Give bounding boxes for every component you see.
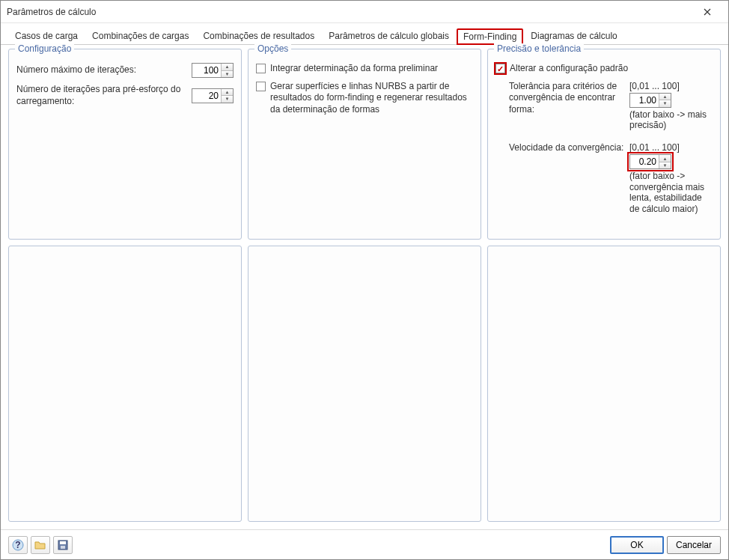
spinner-down-icon[interactable]: ▼ [659, 100, 671, 107]
ok-button[interactable]: OK [610, 536, 664, 554]
group-precisao: Precisão e tolerância Alterar a configur… [487, 49, 721, 240]
footer: ? OK Cancelar [1, 529, 728, 559]
label-nurbs: Gerar superfícies e linhas NURBS a parti… [270, 81, 473, 116]
tab-combinacoes-resultados[interactable]: Combinações de resultados [196, 28, 321, 44]
tab-diagramas[interactable]: Diagramas de cálculo [524, 28, 623, 44]
dialog-window: Parâmetros de cálculo Casos de carga Com… [0, 0, 729, 560]
svg-text:?: ? [15, 540, 20, 550]
hint-velocidade: (fator baixo -> convergência mais lenta,… [629, 171, 713, 214]
hint-tolerancia: (fator baixo -> mais precisão) [629, 109, 713, 131]
empty-panel-2 [248, 246, 481, 522]
checkbox-nurbs[interactable] [256, 82, 266, 91]
cancel-button[interactable]: Cancelar [667, 536, 721, 554]
group-opcoes: Opções Integrar determinação da forma pr… [248, 49, 481, 240]
spinner-down-icon[interactable]: ▼ [222, 71, 233, 78]
group-title-precisao: Precisão e tolerância [494, 43, 584, 54]
empty-panel-1 [8, 246, 242, 522]
spinner-up-icon[interactable]: ▲ [659, 94, 671, 101]
spinner-down-icon[interactable]: ▼ [659, 162, 671, 169]
spinner-down-icon[interactable]: ▼ [222, 96, 233, 103]
label-preload-iter: Número de iterações para pré-esforço do … [16, 84, 192, 107]
empty-panel-3 [487, 246, 721, 522]
svg-rect-4 [61, 546, 65, 549]
content-area: Configuração Número máximo de iterações:… [1, 45, 728, 529]
tab-casos[interactable]: Casos de carga [8, 28, 85, 44]
input-preload-iter[interactable] [192, 89, 221, 103]
close-button[interactable] [692, 1, 722, 22]
label-alterar-padrao: Alterar a configuração padrão [510, 63, 713, 75]
titlebar: Parâmetros de cálculo [1, 1, 728, 23]
spinner-tolerancia[interactable]: ▲ ▼ [629, 93, 671, 108]
input-velocidade[interactable] [630, 155, 659, 168]
svg-rect-3 [60, 541, 66, 544]
folder-open-button[interactable] [31, 536, 50, 554]
range-tolerancia: [0,01 ... 100] [629, 81, 713, 91]
spinner-up-icon[interactable]: ▲ [222, 89, 233, 97]
group-title-configuracao: Configuração [15, 43, 74, 54]
range-velocidade: [0,01 ... 100] [629, 142, 713, 153]
checkbox-alterar-padrao[interactable] [495, 64, 505, 73]
label-velocidade: Velocidade da convergência: [509, 142, 625, 214]
spinner-up-icon[interactable]: ▲ [659, 155, 671, 162]
tab-bar: Casos de carga Combinações de cargas Com… [1, 23, 728, 45]
spinner-velocidade[interactable]: ▲ ▼ [629, 154, 671, 169]
window-title: Parâmetros de cálculo [7, 7, 692, 17]
input-tolerancia[interactable] [630, 94, 659, 107]
group-configuracao: Configuração Número máximo de iterações:… [8, 49, 242, 240]
spinner-max-iter[interactable]: ▲ ▼ [192, 63, 234, 78]
input-max-iter[interactable] [192, 64, 221, 77]
checkbox-integrar[interactable] [256, 64, 266, 73]
tab-parametros-globais[interactable]: Parâmetros de cálculo globais [322, 28, 456, 44]
spinner-up-icon[interactable]: ▲ [222, 64, 233, 71]
tab-form-finding[interactable]: Form-Finding [457, 28, 523, 45]
tab-combinacoes-cargas[interactable]: Combinações de cargas [85, 28, 195, 44]
save-button[interactable] [53, 536, 73, 554]
group-title-opcoes: Opções [254, 43, 291, 54]
label-integrar: Integrar determinação da forma prelimina… [270, 63, 473, 75]
label-tolerancia: Tolerância para critérios de convergênci… [509, 81, 625, 131]
spinner-preload-iter[interactable]: ▲ ▼ [192, 88, 234, 103]
label-max-iter: Número máximo de iterações: [16, 64, 192, 76]
help-button[interactable]: ? [8, 536, 28, 554]
